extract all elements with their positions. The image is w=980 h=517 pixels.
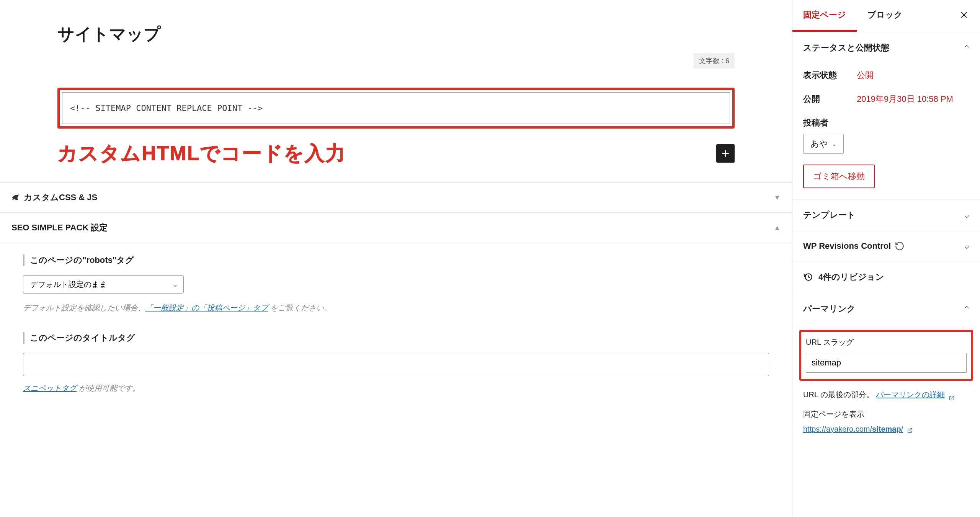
tab-page[interactable]: 固定ページ [792,0,857,32]
custom-html-block[interactable]: <!-- SITEMAP CONTENT REPLACE POINT --> [62,92,730,124]
title-tag-input[interactable] [23,353,769,376]
chevron-down-icon: ⌄ [832,141,836,147]
robots-help-link[interactable]: 「一般設定」の「投稿ページ」タブ [145,303,268,312]
template-panel-header[interactable]: テンプレート ⌵ [792,199,980,231]
custom-css-js-panel-header[interactable]: カスタムCSS & JS ▼ [0,182,792,212]
close-icon [959,10,969,20]
permalink-url: https://ayakero.com/sitemap/ [792,425,980,441]
visibility-label: 表示状態 [803,70,857,81]
seo-panel-header[interactable]: SEO SIMPLE PACK 設定 ▲ [0,212,792,243]
author-select[interactable]: あや ⌄ [803,134,844,154]
settings-sidebar: 固定ページ ブロック ステータスと公開状態 ⌵ 表示状態 公開 公開 2019年… [792,0,980,517]
swallow-icon [11,193,20,202]
status-panel-header[interactable]: ステータスと公開状態 ⌵ [792,32,980,64]
template-panel-title: テンプレート [803,209,856,221]
author-value: あや [810,138,828,150]
plus-icon [720,148,730,158]
publish-date-value[interactable]: 2019年9月30日 10:58 PM [857,93,953,105]
html-block-highlight: <!-- SITEMAP CONTENT REPLACE POINT --> [57,88,735,129]
permalink-panel-header[interactable]: パーマリンク ⌵ [792,293,980,325]
revisions-link[interactable]: 4件のリビジョン [792,261,980,293]
external-link-icon [949,392,955,398]
annotation-text: カスタムHTMLでコードを入力 [57,140,346,167]
permalink-help-text: URL の最後の部分。 パーマリンクの詳細 [792,385,980,401]
move-to-trash-button[interactable]: ゴミ箱へ移動 [803,165,875,188]
robots-field-label: このページの"robots"タグ [23,254,769,266]
status-panel-title: ステータスと公開状態 [803,42,889,54]
permalink-panel-title: パーマリンク [803,303,856,315]
add-block-button[interactable] [716,144,735,163]
seo-panel-body: このページの"robots"タグ デフォルト設定のまま ⌄ デフォルト設定を確認… [0,243,792,424]
chevron-down-icon: ⌵ [964,210,969,220]
publish-label: 公開 [803,93,857,105]
permalink-details-link[interactable]: パーマリンクの詳細 [876,390,945,399]
chevron-up-icon: ⌵ [964,43,969,53]
robots-select[interactable]: デフォルト設定のまま [23,275,184,294]
wp-revisions-panel-header[interactable]: WP Revisions Control ⌵ [792,231,980,261]
title-tag-field-label: このページのタイトルタグ [23,332,769,344]
url-slug-label: URL スラッグ [806,337,967,347]
wp-revisions-panel-title: WP Revisions Control [803,241,891,251]
url-slug-input[interactable] [806,353,967,373]
caret-down-icon: ▼ [774,194,781,202]
visibility-value[interactable]: 公開 [857,70,874,81]
revisions-count-text: 4件のリビジョン [818,271,884,283]
page-display-label: 固定ページを表示 [792,401,980,425]
chevron-down-icon: ⌵ [964,241,969,251]
snippet-tag-link[interactable]: スニペットタグ [23,384,77,392]
permalink-highlight: URL スラッグ [799,330,973,381]
history-icon [803,272,813,282]
tab-block[interactable]: ブロック [857,0,913,32]
permalink-url-link[interactable]: https://ayakero.com/sitemap/ [803,425,903,433]
custom-css-js-title: カスタムCSS & JS [24,192,97,203]
character-count-badge: 文字数 : 6 [694,53,735,68]
reload-icon [895,241,905,251]
page-title[interactable]: サイトマップ [57,23,735,46]
author-label: 投稿者 [803,117,969,129]
chevron-up-icon: ⌵ [964,304,969,314]
caret-up-icon: ▲ [774,224,781,232]
robots-help-text: デフォルト設定を確認したい場合、「一般設定」の「投稿ページ」タブ をご覧ください… [23,303,769,313]
external-link-icon [907,427,913,433]
close-sidebar-button[interactable] [956,6,972,26]
seo-panel-title: SEO SIMPLE PACK 設定 [11,222,108,233]
snippet-help-text: スニペットタグ が使用可能です。 [23,383,769,393]
